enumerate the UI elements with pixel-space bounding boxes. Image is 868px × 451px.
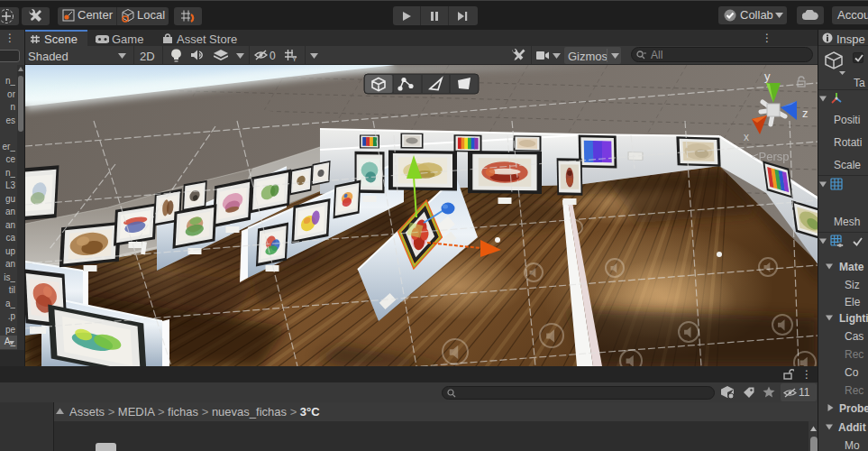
svg-text:x: x — [744, 131, 749, 143]
svg-text:Y: Y — [292, 55, 297, 61]
svg-text:<Persp: <Persp — [752, 150, 790, 163]
svg-text:z: z — [802, 106, 809, 120]
svg-text:y: y — [764, 69, 771, 83]
